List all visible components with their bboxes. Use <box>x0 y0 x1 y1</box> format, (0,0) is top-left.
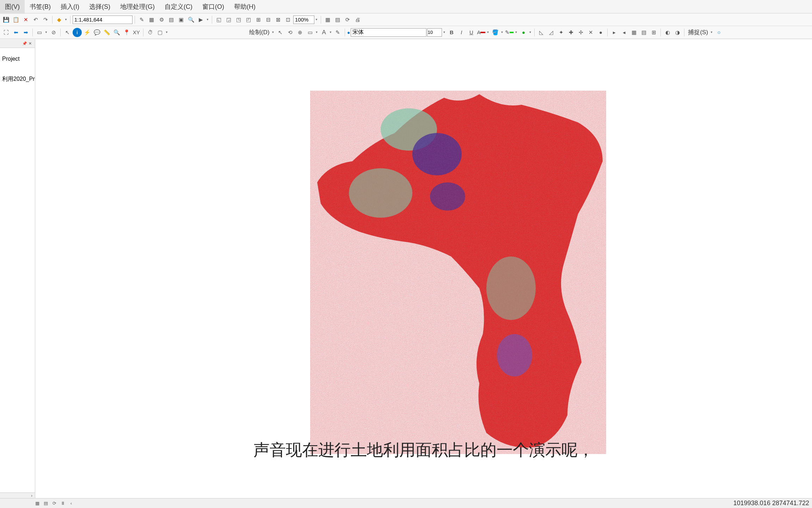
menu-customize[interactable]: 自定义(C) <box>160 0 197 14</box>
model-builder-icon[interactable]: ⚙ <box>157 15 166 24</box>
pointer-icon[interactable]: ↖ <box>63 28 72 37</box>
edit-tool-10-icon[interactable]: ▦ <box>629 28 639 37</box>
refresh-button[interactable]: ⟳ <box>50 500 58 507</box>
dropdown-arrow-icon[interactable]: ▼ <box>710 31 714 34</box>
tree-item-project[interactable]: Project <box>1 54 33 64</box>
data-view-button[interactable]: ▦ <box>33 500 41 507</box>
prev-button[interactable]: ‹ <box>67 500 75 507</box>
edit-tool-8-icon[interactable]: ▸ <box>610 28 619 37</box>
underline-icon[interactable]: U <box>467 28 476 37</box>
refresh-icon[interactable]: ⟳ <box>343 15 352 24</box>
find-icon[interactable]: 🔍 <box>112 28 121 37</box>
fill-color-icon[interactable]: 🪣 <box>491 28 500 37</box>
tool-a-icon[interactable]: ◱ <box>214 15 223 24</box>
full-extent-icon[interactable]: ⛶ <box>1 28 11 37</box>
dropdown-arrow-icon[interactable]: ▼ <box>315 18 319 21</box>
bold-icon[interactable]: B <box>447 28 456 37</box>
pause-button[interactable]: ⏸ <box>59 500 67 507</box>
dropdown-arrow-icon[interactable]: ▼ <box>515 31 518 34</box>
edit-tool-14-icon[interactable]: ◑ <box>673 28 682 37</box>
edit-tool-5-icon[interactable]: ✢ <box>576 28 585 37</box>
go-to-xy-icon[interactable]: XY <box>132 28 141 37</box>
clear-selection-icon[interactable]: ⊘ <box>49 28 58 37</box>
edit-tool-4-icon[interactable]: ✚ <box>566 28 576 37</box>
tool-h-icon[interactable]: ⊡ <box>283 15 293 24</box>
text-tool-icon[interactable]: A <box>320 28 328 37</box>
select-features-icon[interactable]: ▭ <box>35 28 44 37</box>
prev-extent-icon[interactable]: ⬅ <box>11 28 20 37</box>
catalog-icon[interactable]: ▣ <box>177 15 186 24</box>
snapping-menu-label[interactable]: 捕捉(S) <box>687 28 709 36</box>
redo-icon[interactable]: ↷ <box>41 15 50 24</box>
menu-windows[interactable]: 窗口(O) <box>197 0 229 14</box>
hyperlink-icon[interactable]: ⚡ <box>82 28 92 37</box>
search-icon[interactable]: 🔍 <box>186 15 196 24</box>
snap-tool-icon[interactable]: ○ <box>714 28 724 37</box>
tree-item-layer[interactable]: 利用2020_Prc <box>1 74 33 84</box>
print-icon[interactable]: 🖨 <box>353 15 362 24</box>
next-extent-icon[interactable]: ➡ <box>21 28 30 37</box>
italic-icon[interactable]: I <box>457 28 466 37</box>
undo-icon[interactable]: ↶ <box>31 15 40 24</box>
edit-tool-1-icon[interactable]: ◺ <box>537 28 546 37</box>
dropdown-arrow-icon[interactable]: ▼ <box>45 31 48 34</box>
dropdown-arrow-icon[interactable]: ▼ <box>500 31 504 34</box>
dropdown-arrow-icon[interactable]: ▼ <box>329 31 333 34</box>
dropdown-arrow-icon[interactable]: ▼ <box>529 31 532 34</box>
menu-help[interactable]: 帮助(H) <box>229 0 260 14</box>
font-size-select[interactable] <box>427 28 442 37</box>
copy-icon[interactable]: 📋 <box>11 15 20 24</box>
edit-tool-11-icon[interactable]: ▤ <box>639 28 648 37</box>
close-icon[interactable]: ✕ <box>29 41 33 46</box>
identify-icon[interactable]: i <box>73 28 82 37</box>
map-display[interactable]: 声音现在进行土地利用面积占比的一个演示呢， <box>35 40 812 498</box>
delete-icon[interactable]: ✕ <box>21 15 30 24</box>
tool-c-icon[interactable]: ◳ <box>234 15 243 24</box>
python-icon[interactable]: ▶ <box>196 15 205 24</box>
html-popup-icon[interactable]: 💬 <box>92 28 102 37</box>
dropdown-arrow-icon[interactable]: ▼ <box>443 31 446 34</box>
edit-tool-2-icon[interactable]: ◿ <box>547 28 556 37</box>
tool-b-icon[interactable]: ◲ <box>224 15 233 24</box>
menu-selection[interactable]: 选择(S) <box>84 0 115 14</box>
table-of-contents-icon[interactable]: ▤ <box>167 15 176 24</box>
create-viewer-icon[interactable]: ▢ <box>155 28 165 37</box>
menu-view[interactable]: 图(V) <box>0 0 25 14</box>
save-icon[interactable]: 💾 <box>1 15 11 24</box>
dropdown-arrow-icon[interactable]: ▼ <box>165 31 169 34</box>
find-route-icon[interactable]: 📍 <box>122 28 131 37</box>
add-data-icon[interactable]: ◆ <box>55 15 64 24</box>
layout-view-icon[interactable]: ▤ <box>333 15 342 24</box>
scroll-right-icon[interactable]: › <box>29 493 35 498</box>
dropdown-arrow-icon[interactable]: ▼ <box>206 18 210 21</box>
edit-tool-6-icon[interactable]: ✕ <box>586 28 595 37</box>
dropdown-arrow-icon[interactable]: ▼ <box>486 31 490 34</box>
font-color-icon[interactable]: A <box>476 28 486 37</box>
edit-tool-7-icon[interactable]: ● <box>596 28 605 37</box>
edit-vertices-icon[interactable]: ✎ <box>333 28 343 37</box>
menu-insert[interactable]: 插入(I) <box>56 0 84 14</box>
highlight-color-icon[interactable]: ✎ <box>505 28 514 37</box>
rectangle-tool-icon[interactable]: ▭ <box>306 28 315 37</box>
map-scale-input[interactable] <box>73 16 133 24</box>
time-slider-icon[interactable]: ⏱ <box>146 28 155 37</box>
tool-2-icon[interactable]: ▦ <box>147 15 156 24</box>
draw-zoom-icon[interactable]: ⊕ <box>296 28 305 37</box>
sidebar-scrollbar[interactable]: › <box>0 492 35 498</box>
font-name-select[interactable] <box>351 28 426 37</box>
edit-tool-12-icon[interactable]: ⊞ <box>649 28 658 37</box>
dropdown-arrow-icon[interactable]: ▼ <box>64 18 68 21</box>
pin-icon[interactable]: 📌 <box>22 41 27 46</box>
editor-toolbar-icon[interactable]: ✎ <box>137 15 146 24</box>
measure-icon[interactable]: 📏 <box>102 28 111 37</box>
draw-rotate-icon[interactable]: ⟲ <box>286 28 295 37</box>
draw-pointer-icon[interactable]: ↖ <box>276 28 285 37</box>
tool-d-icon[interactable]: ◰ <box>244 15 253 24</box>
edit-tool-3-icon[interactable]: ✦ <box>556 28 566 37</box>
draw-menu-label[interactable]: 绘制(D) <box>248 28 271 36</box>
data-view-icon[interactable]: ▦ <box>323 15 332 24</box>
dropdown-arrow-icon[interactable]: ▼ <box>272 31 275 34</box>
tool-e-icon[interactable]: ⊞ <box>254 15 263 24</box>
tool-f-icon[interactable]: ⊟ <box>264 15 273 24</box>
tool-g-icon[interactable]: ⊠ <box>273 15 283 24</box>
